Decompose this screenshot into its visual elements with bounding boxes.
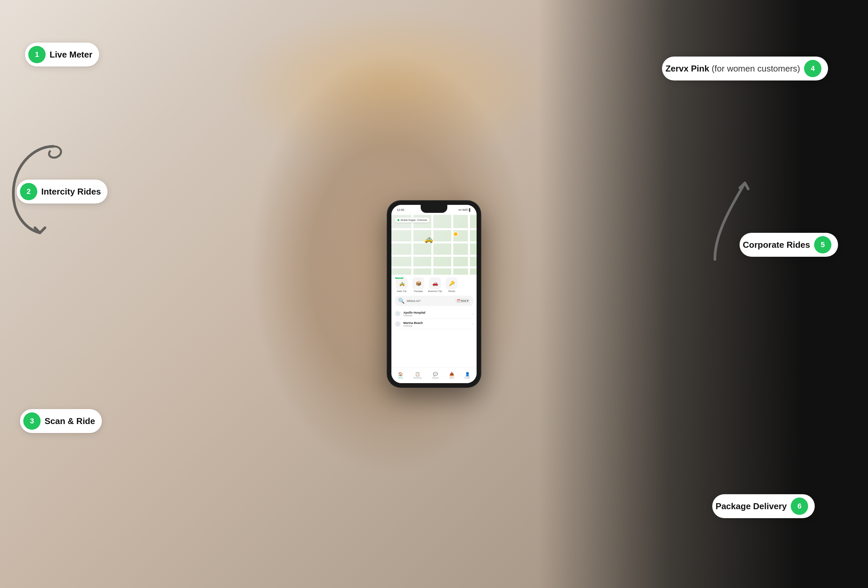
feature-number-2: 2 bbox=[20, 183, 37, 200]
location-city-apollo: Chennai bbox=[403, 314, 425, 317]
map-road bbox=[431, 215, 433, 275]
service-icon-daily: Promo 🚕 bbox=[396, 277, 408, 289]
feature-number-5: 5 bbox=[814, 236, 831, 253]
location-history-icon: 🕐 bbox=[395, 311, 401, 317]
search-bar[interactable]: 🔍 Where to? ⏰ Now ▾ bbox=[395, 296, 473, 306]
service-rental: 🔑 Rental bbox=[445, 277, 459, 292]
status-icons: ▪▪▪ WiFi ▌ bbox=[458, 208, 471, 212]
service-row: Promo 🚕 Daily Trip 📦 Package 🚗 Business … bbox=[395, 277, 473, 292]
nav-label-home: Home bbox=[398, 377, 403, 379]
nav-label-inbox: Inbox bbox=[449, 377, 454, 379]
nav-label-support: Support bbox=[432, 377, 439, 379]
nav-inbox[interactable]: 📥 Inbox bbox=[449, 372, 454, 379]
map-road bbox=[468, 215, 470, 275]
feature-number-6: 6 bbox=[791, 498, 808, 515]
right-dark-overlay bbox=[538, 0, 868, 588]
bottom-nav: 🏠 Home 📋 Bookings 💬 Support 📥 Inbox 👤 bbox=[391, 367, 477, 383]
promo-badge: Promo bbox=[395, 277, 403, 279]
service-label-daily: Daily Trip bbox=[397, 290, 406, 292]
feature-pill-5: Corporate Rides 5 bbox=[740, 233, 838, 257]
phone-notch bbox=[421, 205, 447, 213]
feature-label-4: Zervx Pink (for women customers) bbox=[665, 63, 800, 74]
nav-label-bookings: Bookings bbox=[413, 377, 422, 379]
phone-mockup: 12:00 ▪▪▪ WiFi ▌ bbox=[387, 201, 481, 387]
feature-label-6: Package Delivery bbox=[716, 501, 787, 511]
taxi-icon: 🚕 bbox=[424, 235, 433, 243]
time-badge: ⏰ Now ▾ bbox=[455, 299, 470, 303]
nav-bookings[interactable]: 📋 Bookings bbox=[413, 372, 422, 379]
feature-pill-6: Package Delivery 6 bbox=[712, 494, 815, 518]
map-area: Mullai Nagar, Chennai 🚕 bbox=[391, 215, 477, 275]
phone-screen: 12:00 ▪▪▪ WiFi ▌ bbox=[391, 205, 477, 383]
chevron-right-icon: › bbox=[472, 312, 473, 315]
location-name-marina: Marina Beach bbox=[403, 321, 423, 324]
inbox-icon: 📥 bbox=[449, 372, 454, 376]
feature-pill-2: 2 Intercity Rides bbox=[17, 180, 108, 203]
service-business: 🚗 Business Trip bbox=[428, 277, 442, 292]
map-road bbox=[391, 267, 477, 268]
map-location-dot bbox=[397, 219, 399, 221]
service-icon-package: 📦 bbox=[412, 277, 424, 289]
map-road bbox=[391, 228, 477, 230]
search-icon: 🔍 bbox=[398, 298, 405, 304]
location-item-marina[interactable]: 🕐 Marina Beach Chennai › bbox=[395, 319, 473, 329]
feature-label-3: Scan & Ride bbox=[44, 416, 95, 426]
feature-label-2: Intercity Rides bbox=[41, 187, 101, 197]
home-icon: 🏠 bbox=[398, 372, 403, 376]
location-history-icon-2: 🕐 bbox=[395, 321, 401, 327]
service-daily-trip: Promo 🚕 Daily Trip bbox=[395, 277, 409, 292]
support-icon: 💬 bbox=[433, 372, 438, 376]
feature-label-5: Corporate Rides bbox=[743, 240, 810, 250]
map-road bbox=[411, 215, 413, 275]
feature-number-1: 1 bbox=[28, 46, 46, 63]
search-placeholder: Where to? bbox=[407, 299, 453, 303]
location-details-2: Marina Beach Chennai bbox=[403, 321, 423, 327]
location-city-marina: Chennai bbox=[403, 324, 423, 327]
feature-pill-4: Zervx Pink (for women customers) 4 bbox=[662, 56, 828, 81]
location-details: Apollo Hospital Chennai bbox=[403, 311, 425, 317]
map-road bbox=[391, 255, 477, 257]
service-label-package: Package bbox=[414, 290, 423, 292]
map-grid bbox=[391, 215, 477, 275]
map-location-pill: Mullai Nagar, Chennai bbox=[395, 218, 430, 223]
service-label-rental: Rental bbox=[448, 290, 455, 292]
map-road bbox=[451, 215, 453, 275]
service-package: 📦 Package bbox=[411, 277, 425, 292]
status-time: 12:00 bbox=[397, 208, 404, 212]
bookings-icon: 📋 bbox=[415, 372, 420, 376]
feature-pill-3: 3 Scan & Ride bbox=[20, 409, 102, 433]
feature-pill-1: 1 Live Meter bbox=[25, 43, 99, 66]
phone-body: 12:00 ▪▪▪ WiFi ▌ bbox=[387, 201, 481, 387]
feature-number-3: 3 bbox=[23, 413, 41, 430]
service-icon-business: 🚗 bbox=[429, 277, 441, 289]
destination-marker bbox=[453, 231, 458, 237]
location-name-apollo: Apollo Hospital bbox=[403, 311, 425, 314]
nav-support[interactable]: 💬 Support bbox=[432, 372, 439, 379]
chevron-right-icon-2: › bbox=[472, 322, 473, 326]
nav-label-profile: Profile bbox=[465, 377, 470, 379]
feature-label-1: Live Meter bbox=[50, 50, 93, 60]
service-icon-rental: 🔑 bbox=[446, 277, 458, 289]
map-road bbox=[391, 242, 477, 243]
feature-number-4: 4 bbox=[804, 60, 821, 77]
location-item-apollo[interactable]: 🕐 Apollo Hospital Chennai › bbox=[395, 309, 473, 319]
map-location-text: Mullai Nagar, Chennai bbox=[401, 218, 427, 221]
service-label-business: Business Trip bbox=[428, 290, 442, 292]
nav-home[interactable]: 🏠 Home bbox=[398, 372, 403, 379]
phone-content: Promo 🚕 Daily Trip 📦 Package 🚗 Business … bbox=[391, 275, 477, 332]
profile-icon: 👤 bbox=[465, 372, 470, 376]
nav-profile[interactable]: 👤 Profile bbox=[465, 372, 470, 379]
